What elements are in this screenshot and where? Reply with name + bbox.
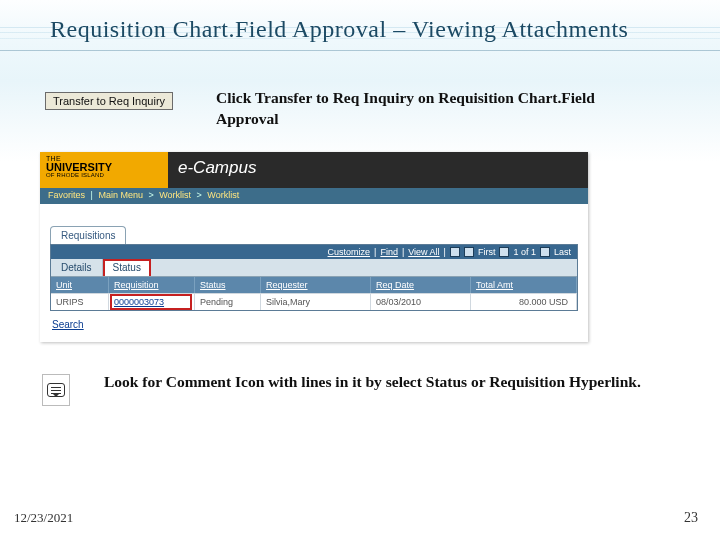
- comment-icon-thumbnail: [42, 374, 70, 406]
- search-link[interactable]: Search: [52, 319, 84, 330]
- ecampus-screenshot: THE UNIVERSITY OF RHODE ISLAND e-Campus …: [40, 152, 588, 342]
- prev-icon[interactable]: [499, 247, 509, 257]
- nav-worklist-2[interactable]: Worklist: [207, 190, 239, 200]
- subtab-status[interactable]: Status: [103, 259, 151, 276]
- subtab-details[interactable]: Details: [51, 259, 103, 276]
- grid-view-all-link[interactable]: View All: [408, 247, 439, 257]
- col-requisition[interactable]: Requisition: [109, 277, 195, 293]
- grid-first[interactable]: First: [478, 247, 496, 257]
- grid-find-link[interactable]: Find: [380, 247, 398, 257]
- nav-favorites[interactable]: Favorites: [48, 190, 85, 200]
- grid-last[interactable]: Last: [554, 247, 571, 257]
- cell-req-date: 08/03/2010: [371, 293, 471, 310]
- tab-requisitions[interactable]: Requisitions: [50, 226, 126, 244]
- instruction-text-1: Click Transfer to Req Inquiry on Requisi…: [216, 88, 650, 130]
- cell-unit: URIPS: [51, 293, 109, 310]
- page-title: Requisition Chart.Field Approval – Viewi…: [50, 16, 680, 43]
- cell-total-amt: 80.000 USD: [471, 293, 577, 310]
- col-req-date[interactable]: Req Date: [371, 277, 471, 293]
- next-icon[interactable]: [540, 247, 550, 257]
- table-row: URIPS 0000003073 Pending Silvia,Mary 08/…: [51, 293, 577, 310]
- comment-lines-icon: [47, 383, 65, 397]
- cell-status: Pending: [195, 293, 261, 310]
- title-underline: [0, 50, 720, 51]
- col-requester[interactable]: Requester: [261, 277, 371, 293]
- requisition-link[interactable]: 0000003073: [114, 297, 164, 307]
- instruction-text-2: Look for Comment Icon with lines in it b…: [104, 372, 670, 393]
- cell-requester: Silvia,Mary: [261, 293, 371, 310]
- uri-logo-block: THE UNIVERSITY OF RHODE ISLAND: [40, 152, 168, 188]
- transfer-to-req-inquiry-button[interactable]: Transfer to Req Inquiry: [45, 92, 173, 110]
- grid-customize-link[interactable]: Customize: [328, 247, 371, 257]
- col-total-amt[interactable]: Total Amt: [471, 277, 577, 293]
- col-unit[interactable]: Unit: [51, 277, 109, 293]
- col-status[interactable]: Status: [195, 277, 261, 293]
- brand-ri: OF RHODE ISLAND: [46, 172, 162, 178]
- requisitions-grid: Customize| Find| View All| First 1 of 1 …: [50, 244, 578, 311]
- download-icon[interactable]: [464, 247, 474, 257]
- breadcrumb: Favorites | Main Menu > Worklist > Workl…: [40, 188, 588, 204]
- zoom-icon[interactable]: [450, 247, 460, 257]
- nav-main-menu[interactable]: Main Menu: [98, 190, 143, 200]
- footer-page-number: 23: [684, 510, 698, 526]
- footer-date: 12/23/2021: [14, 510, 73, 526]
- brand-university: UNIVERSITY: [46, 162, 162, 172]
- nav-worklist-1[interactable]: Worklist: [159, 190, 191, 200]
- product-name: e-Campus: [168, 152, 588, 188]
- grid-range: 1 of 1: [513, 247, 536, 257]
